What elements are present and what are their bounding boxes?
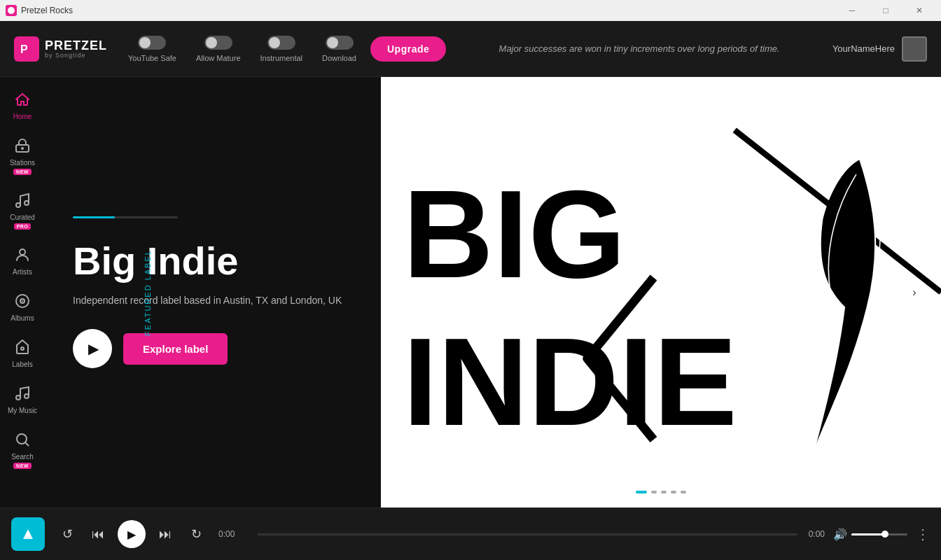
svg-point-11 bbox=[16, 396, 20, 400]
sidebar-item-curated[interactable]: Curated PRO bbox=[2, 185, 43, 237]
toggle-label-download: Download bbox=[322, 54, 356, 62]
avatar bbox=[902, 36, 927, 62]
toggle-switch-instrumental[interactable] bbox=[267, 36, 295, 50]
my-music-icon bbox=[14, 385, 31, 405]
toggle-instrumental[interactable]: Instrumental bbox=[260, 36, 303, 62]
carousel-dot-4[interactable] bbox=[671, 491, 676, 493]
maximize-button[interactable]: □ bbox=[870, 0, 902, 21]
content-area: Featured Label Big Indie Independent rec… bbox=[45, 77, 941, 507]
svg-point-10 bbox=[21, 347, 24, 350]
sidebar-item-albums[interactable]: Albums bbox=[2, 286, 43, 329]
albums-icon bbox=[14, 293, 31, 312]
minimize-button[interactable]: ─ bbox=[836, 0, 868, 21]
sidebar-label-labels: Labels bbox=[12, 360, 32, 368]
sidebar: Home Stations NEW bbox=[0, 77, 45, 507]
search-icon bbox=[14, 431, 31, 451]
volume-control: 🔊 bbox=[833, 528, 907, 541]
sidebar-label-stations: Stations bbox=[10, 159, 35, 167]
toggle-youtube-safe[interactable]: YouTube Safe bbox=[128, 36, 176, 62]
home-icon bbox=[14, 91, 31, 111]
sidebar-item-labels[interactable]: Labels bbox=[2, 332, 43, 375]
logo-text: PRETZEL by Songtide bbox=[45, 39, 107, 59]
sidebar-label-home: Home bbox=[13, 113, 32, 120]
logo-icon: P bbox=[14, 36, 39, 62]
next-button[interactable]: ⏭ bbox=[154, 523, 176, 545]
logo-sub: by Songtide bbox=[45, 52, 107, 59]
player-time: 0:00 bbox=[218, 529, 246, 539]
svg-text:BIG: BIG bbox=[403, 164, 626, 304]
featured-label-vertical: Featured Label bbox=[144, 249, 152, 336]
sidebar-label-albums: Albums bbox=[11, 314, 34, 322]
sidebar-item-home[interactable]: Home bbox=[2, 84, 43, 127]
album-art: BIG INDIE › bbox=[381, 77, 941, 507]
featured-play-button[interactable]: ▶ bbox=[73, 329, 112, 368]
app-container: P PRETZEL by Songtide YouTube Safe Allow… bbox=[0, 21, 941, 560]
carousel-dot-3[interactable] bbox=[661, 491, 667, 493]
more-options-button[interactable]: ⋮ bbox=[916, 526, 930, 542]
title-bar-left: Pretzel Rocks bbox=[6, 5, 73, 16]
toggle-switch-youtube-safe[interactable] bbox=[138, 36, 166, 50]
curated-badge: PRO bbox=[14, 223, 32, 230]
user-area: YourNameHere bbox=[832, 36, 927, 62]
search-badge: NEW bbox=[13, 463, 32, 469]
play-pause-icon: ▶ bbox=[127, 528, 136, 541]
close-button[interactable]: ✕ bbox=[903, 0, 935, 21]
svg-point-4 bbox=[16, 203, 20, 207]
sidebar-label-artists: Artists bbox=[13, 268, 32, 276]
player-controls: ↺ ⏮ ▶ ⏭ ↻ bbox=[56, 520, 207, 548]
logo: P PRETZEL by Songtide bbox=[14, 36, 107, 62]
svg-point-18 bbox=[26, 532, 30, 536]
sidebar-label-curated: Curated bbox=[10, 214, 35, 221]
big-indie-artwork: BIG INDIE bbox=[381, 77, 941, 507]
sidebar-item-stations[interactable]: Stations NEW bbox=[2, 130, 43, 182]
album-art-container: BIG INDIE › bbox=[381, 77, 941, 507]
play-icon: ▶ bbox=[88, 340, 99, 357]
sidebar-item-search[interactable]: Search NEW bbox=[2, 424, 43, 476]
toggle-switch-allow-mature[interactable] bbox=[204, 36, 232, 50]
carousel-dot-1[interactable] bbox=[636, 491, 647, 493]
app-title: Pretzel Rocks bbox=[21, 6, 73, 15]
svg-point-3 bbox=[21, 147, 24, 150]
toggle-download[interactable]: Download bbox=[322, 36, 356, 62]
progress-bar-container bbox=[73, 216, 353, 218]
toggle-label-instrumental: Instrumental bbox=[260, 54, 303, 62]
player-time-end: 0:00 bbox=[809, 529, 825, 539]
upgrade-button[interactable]: Upgrade bbox=[370, 36, 446, 62]
player-bar: ↺ ⏮ ▶ ⏭ ↻ 0:00 0:00 🔊 ⋮ bbox=[0, 507, 941, 560]
carousel-dot-2[interactable] bbox=[651, 491, 657, 493]
svg-point-12 bbox=[25, 394, 29, 398]
main-content: Home Stations NEW bbox=[0, 77, 941, 507]
app-icon bbox=[6, 5, 17, 16]
svg-point-9 bbox=[22, 300, 23, 302]
svg-text:INDIE: INDIE bbox=[403, 312, 737, 451]
toggle-allow-mature[interactable]: Allow Mature bbox=[196, 36, 241, 62]
username: YourNameHere bbox=[832, 43, 895, 54]
play-pause-button[interactable]: ▶ bbox=[118, 520, 146, 548]
toggle-group: YouTube Safe Allow Mature Instrumental D… bbox=[128, 36, 356, 62]
progress-bar-fill bbox=[73, 216, 115, 218]
sidebar-label-search: Search bbox=[11, 453, 34, 461]
featured-section: Featured Label Big Indie Independent rec… bbox=[45, 77, 941, 507]
stations-badge: NEW bbox=[13, 169, 32, 175]
volume-slider[interactable] bbox=[851, 533, 907, 536]
skip-back-button[interactable]: ↺ bbox=[56, 523, 78, 545]
player-logo bbox=[11, 517, 45, 551]
title-bar-controls: ─ □ ✕ bbox=[836, 0, 935, 21]
header-quote: Major successes are won in tiny incremen… bbox=[460, 43, 818, 54]
curated-icon bbox=[14, 192, 31, 211]
player-progress-bar[interactable] bbox=[258, 533, 797, 536]
carousel-next-button[interactable]: › bbox=[902, 280, 927, 305]
labels-icon bbox=[14, 339, 31, 358]
carousel-dot-5[interactable] bbox=[681, 491, 686, 493]
featured-description: Independent record label based in Austin… bbox=[73, 293, 353, 308]
previous-button[interactable]: ⏮ bbox=[87, 523, 109, 545]
volume-fill bbox=[851, 533, 885, 536]
sidebar-item-my-music[interactable]: My Music bbox=[2, 378, 43, 421]
sidebar-item-artists[interactable]: Artists bbox=[2, 239, 43, 283]
svg-point-0 bbox=[8, 7, 15, 14]
toggle-switch-download[interactable] bbox=[326, 36, 354, 50]
toggle-label-youtube-safe: YouTube Safe bbox=[128, 54, 176, 62]
volume-icon: 🔊 bbox=[833, 528, 847, 541]
skip-forward-button[interactable]: ↻ bbox=[185, 523, 207, 545]
explore-label-button[interactable]: Explore label bbox=[123, 333, 228, 365]
